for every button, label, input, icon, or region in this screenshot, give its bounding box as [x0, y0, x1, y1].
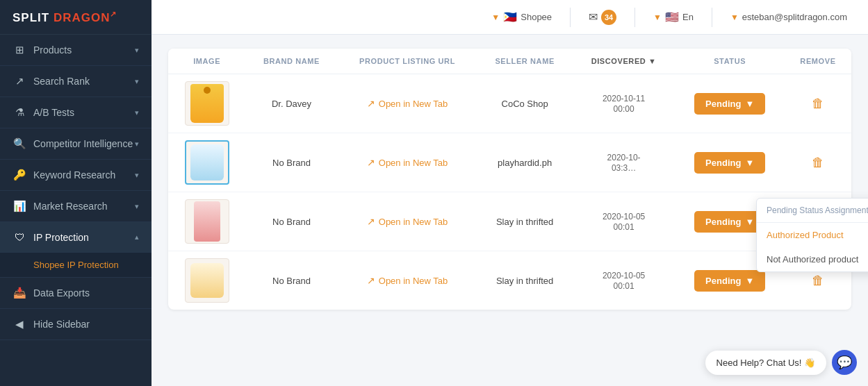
- help-chat-text: Need Help? Chat Us! 👋: [716, 358, 815, 368]
- cell-brand-2: No Brand: [245, 133, 337, 192]
- table-header-row: IMAGE BRAND NAME PRODUCT LISTING URL SEL…: [168, 49, 851, 74]
- sidebar-item-search-rank[interactable]: ↗ Search Rank ▾: [0, 66, 152, 97]
- serum-img: [194, 201, 220, 242]
- cell-url-2: ↗ Open in New Tab: [338, 133, 477, 192]
- product-image-4: [185, 258, 229, 303]
- platform-selector[interactable]: ▼ 🇵🇭 Shopee: [484, 8, 559, 26]
- open-new-tab-link-2[interactable]: ↗ Open in New Tab: [347, 157, 468, 168]
- keyword-icon: 🔑: [13, 169, 26, 181]
- user-email: esteban@splitdragon.com: [742, 12, 847, 22]
- status-pending-btn-2[interactable]: Pending ▼: [694, 152, 765, 174]
- sidebar-item-competitor-intelligence[interactable]: 🔍 Competitor Intelligence ▾: [0, 128, 152, 160]
- competitor-icon: 🔍: [13, 137, 26, 150]
- shopee-ip-label: Shopee IP Protection: [33, 260, 119, 270]
- sidebar-item-hide-label: Hide Sidebar: [33, 319, 90, 330]
- status-pending-btn-1[interactable]: Pending ▼: [694, 93, 765, 115]
- language-selector[interactable]: ▼ 🇺🇸 En: [646, 8, 701, 26]
- col-discovered[interactable]: DISCOVERED ▼: [573, 49, 675, 74]
- cell-brand-4: No Brand: [245, 251, 337, 310]
- product-image-2: [185, 140, 229, 185]
- sidebar-item-keyword-research[interactable]: 🔑 Keyword Research ▾: [0, 160, 152, 191]
- dropdown-arrow-icon-2: ▼: [745, 158, 754, 168]
- search-rank-icon: ↗: [13, 75, 26, 87]
- cell-remove-2: 🗑: [785, 133, 851, 192]
- top-header: ▼ 🇵🇭 Shopee ✉ 34 ▼ 🇺🇸 En ▼ esteban@split…: [152, 0, 868, 35]
- cell-seller-2: playhardid.ph: [477, 133, 572, 192]
- cell-url-1: ↗ Open in New Tab: [338, 74, 477, 133]
- dropdown-authorized[interactable]: Authorized Product: [757, 223, 868, 247]
- sidebar-item-ip-label: IP Protection: [33, 232, 89, 243]
- platform-arrow-icon: ▼: [491, 12, 500, 22]
- sidebar-item-products-label: Products: [33, 44, 72, 56]
- sidebar-item-market-research[interactable]: 📊 Market Research ▾: [0, 191, 152, 222]
- dropdown-arrow-icon-3: ▼: [745, 217, 754, 227]
- open-new-tab-link-3[interactable]: ↗ Open in New Tab: [347, 216, 468, 227]
- cell-discovered-3: 2020-10-05 00:01: [573, 192, 675, 251]
- col-brand-name: BRAND NAME: [245, 49, 337, 74]
- user-arrow-icon: ▼: [730, 12, 739, 22]
- logo-brand: DRAGON: [54, 10, 110, 24]
- sidebar-item-products[interactable]: ⊞ Products ▾: [0, 35, 152, 66]
- cell-brand-3: No Brand: [245, 192, 337, 251]
- sidebar-item-keyword-label: Keyword Research: [33, 169, 115, 181]
- lang-flag: 🇺🇸: [665, 10, 679, 24]
- col-seller-name: SELLER NAME: [477, 49, 572, 74]
- col-product-url: PRODUCT LISTING URL: [338, 49, 477, 74]
- open-new-tab-link-4[interactable]: ↗ Open in New Tab: [347, 275, 468, 286]
- products-icon: ⊞: [13, 44, 26, 56]
- sidebar-subitem-shopee-ip[interactable]: Shopee IP Protection: [0, 253, 152, 278]
- cell-seller-3: Slay in thrifted: [477, 192, 572, 251]
- chevron-down-icon-2: ▾: [135, 77, 139, 86]
- delete-btn-2[interactable]: 🗑: [812, 156, 824, 170]
- cell-url-3: ↗ Open in New Tab: [338, 192, 477, 251]
- chevron-down-icon-6: ▾: [135, 202, 139, 211]
- sidebar-item-ab-tests[interactable]: ⚗ A/B Tests ▾: [0, 97, 152, 128]
- status-pending-btn-4[interactable]: Pending ▼: [694, 270, 765, 292]
- cream-img: [190, 144, 224, 181]
- delete-btn-4[interactable]: 🗑: [812, 274, 824, 288]
- dropdown-not-authorized[interactable]: Not Authorized product: [757, 247, 868, 271]
- user-account[interactable]: ▼ esteban@splitdragon.com: [723, 9, 854, 25]
- sidebar-item-data-exports[interactable]: 📥 Data Exports: [0, 278, 152, 309]
- chat-icon-button[interactable]: 💬: [832, 350, 857, 375]
- notification-badge: 34: [601, 10, 616, 25]
- sidebar-item-exports-label: Data Exports: [33, 287, 90, 299]
- cream2-img: [190, 263, 224, 298]
- cell-remove-1: 🗑: [785, 74, 851, 133]
- product-image-1: [185, 81, 229, 126]
- sidebar: SPLIT DRAGON↗ ⊞ Products ▾ ↗ Search Rank…: [0, 0, 152, 386]
- cell-discovered-1: 2020-10-11 00:00: [573, 74, 675, 133]
- col-remove: REMOVE: [785, 49, 851, 74]
- open-new-tab-link-1[interactable]: ↗ Open in New Tab: [347, 98, 468, 109]
- cell-image-1: [168, 74, 245, 133]
- cell-image-2: [168, 133, 245, 192]
- chevron-down-icon-5: ▾: [135, 171, 139, 180]
- lang-arrow-icon: ▼: [653, 12, 662, 22]
- language-label: En: [682, 12, 694, 22]
- platform-label: Shopee: [521, 12, 552, 22]
- main-area: ▼ 🇵🇭 Shopee ✉ 34 ▼ 🇺🇸 En ▼ esteban@split…: [152, 0, 868, 386]
- cell-discovered-4: 2020-10-05 00:01: [573, 251, 675, 310]
- logo-symbol: ↗: [110, 10, 117, 18]
- table-row: No Brand ↗ Open in New Tab Slay in thrif…: [168, 251, 851, 310]
- notifications-button[interactable]: ✉ 34: [582, 7, 623, 28]
- mail-icon: ✉: [589, 10, 598, 24]
- cell-seller-1: CoCo Shop: [477, 74, 572, 133]
- platform-flag: 🇵🇭: [503, 10, 517, 24]
- status-dropdown: Pending Status Assignment Authorized Pro…: [756, 198, 868, 272]
- logo: SPLIT DRAGON↗: [0, 0, 152, 35]
- header-divider-3: [712, 8, 712, 27]
- chevron-down-icon-4: ▾: [135, 140, 139, 149]
- status-pending-btn-3[interactable]: Pending ▼: [694, 211, 765, 233]
- delete-btn-1[interactable]: 🗑: [812, 96, 824, 111]
- ip-protection-icon: 🛡: [13, 231, 26, 243]
- sidebar-item-ip-protection[interactable]: 🛡 IP Protection ▴: [0, 222, 152, 253]
- logo-text: SPLIT DRAGON↗: [13, 10, 117, 25]
- help-chat-bubble: Need Help? Chat Us! 👋: [705, 351, 826, 375]
- dropdown-header: Pending Status Assignment: [757, 199, 868, 223]
- dropdown-arrow-icon-1: ▼: [745, 99, 754, 109]
- header-divider-2: [634, 8, 635, 27]
- sidebar-item-hide-sidebar[interactable]: ◀ Hide Sidebar: [0, 309, 152, 340]
- ip-protection-table: IMAGE BRAND NAME PRODUCT LISTING URL SEL…: [168, 49, 851, 310]
- market-icon: 📊: [13, 200, 26, 212]
